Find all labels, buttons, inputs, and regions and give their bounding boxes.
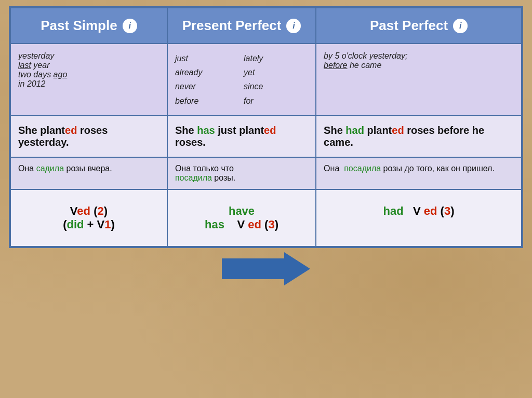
formula-past-simple: Ved (2) (did + V1) bbox=[10, 189, 167, 246]
russian-past-simple: Она садила розы вчера. bbox=[10, 157, 167, 189]
arrow-head bbox=[284, 252, 310, 285]
formula-row: Ved (2) (did + V1) have has V ed (3) had… bbox=[10, 189, 522, 246]
header-present-perfect: Present Perfect i bbox=[167, 8, 316, 44]
time-word-in-2012: in 2012 bbox=[18, 79, 46, 88]
header-past-simple: Past Simple i bbox=[10, 8, 167, 44]
time-words-past-perfect: by 5 o'clock yesterday; before he came bbox=[316, 44, 522, 116]
past-simple-title: Past Simple bbox=[41, 18, 117, 34]
present-perfect-title: Present Perfect bbox=[182, 18, 282, 34]
time-word-never: never bbox=[175, 79, 240, 93]
russian-pp-verb: посадила bbox=[175, 173, 212, 182]
russian-ps-verb: садила bbox=[36, 164, 64, 173]
past-perfect-info-icon[interactable]: i bbox=[453, 19, 468, 33]
time-word-by-5-oclock: by 5 o'clock yesterday; bbox=[324, 51, 407, 60]
time-word-two-days-ago: two days ago bbox=[18, 70, 67, 79]
time-word-before-he-came: before he came bbox=[324, 61, 381, 70]
formula-present-perfect: have has V ed (3) bbox=[167, 189, 316, 246]
header-row: Past Simple i Present Perfect i Past Per… bbox=[10, 8, 522, 44]
time-word-before: before bbox=[175, 94, 240, 108]
past-simple-info-icon[interactable]: i bbox=[123, 19, 137, 33]
example-past-perfect-text: She had planted roses before he came. bbox=[324, 125, 484, 148]
time-words-past-simple: yesterday last year two days ago in 2012 bbox=[10, 44, 167, 116]
example-row: She planted roses yesterday. She has jus… bbox=[10, 116, 522, 157]
russian-row: Она садила розы вчера. Она только чтопос… bbox=[10, 157, 522, 189]
arrow-body bbox=[222, 258, 284, 279]
main-table: Past Simple i Present Perfect i Past Per… bbox=[9, 6, 523, 248]
time-word-since: since bbox=[244, 79, 308, 93]
arrow-container bbox=[222, 252, 310, 285]
time-word-yet: yet bbox=[244, 65, 308, 79]
time-word-last-year: last year bbox=[18, 61, 49, 70]
time-word-lately: lately bbox=[244, 51, 308, 65]
formula-ps-content: Ved (2) (did + V1) bbox=[17, 204, 161, 231]
time-words-row: yesterday last year two days ago in 2012… bbox=[10, 44, 522, 116]
example-past-simple: She planted roses yesterday. bbox=[10, 116, 167, 157]
formula-past-perfect: had V ed (3) bbox=[316, 189, 522, 246]
past-perfect-title: Past Perfect bbox=[370, 18, 448, 34]
time-words-present-perfect: just already never before lately yet sin… bbox=[167, 44, 316, 116]
header-past-perfect: Past Perfect i bbox=[316, 8, 522, 44]
example-present-perfect-text: She has just planted roses. bbox=[175, 125, 276, 148]
time-word-just: just bbox=[175, 51, 240, 65]
russian-present-perfect: Она только чтопосадила розы. bbox=[167, 157, 316, 189]
example-present-perfect: She has just planted roses. bbox=[167, 116, 316, 157]
time-word-yesterday: yesterday bbox=[18, 51, 54, 60]
time-word-for: for bbox=[244, 94, 308, 108]
right-arrow bbox=[222, 252, 310, 285]
russian-past-perfect: Она посадила розы до того, как он пришел… bbox=[316, 157, 522, 189]
formula-pap-content: had V ed (3) bbox=[323, 204, 515, 218]
formula-pp-content: have has V ed (3) bbox=[174, 204, 309, 231]
example-past-simple-text: She planted roses yesterday. bbox=[18, 125, 108, 148]
time-word-already: already bbox=[175, 65, 240, 79]
example-past-perfect: She had planted roses before he came. bbox=[316, 116, 522, 157]
russian-pap-verb: посадила bbox=[344, 164, 381, 173]
present-perfect-info-icon[interactable]: i bbox=[286, 19, 301, 33]
